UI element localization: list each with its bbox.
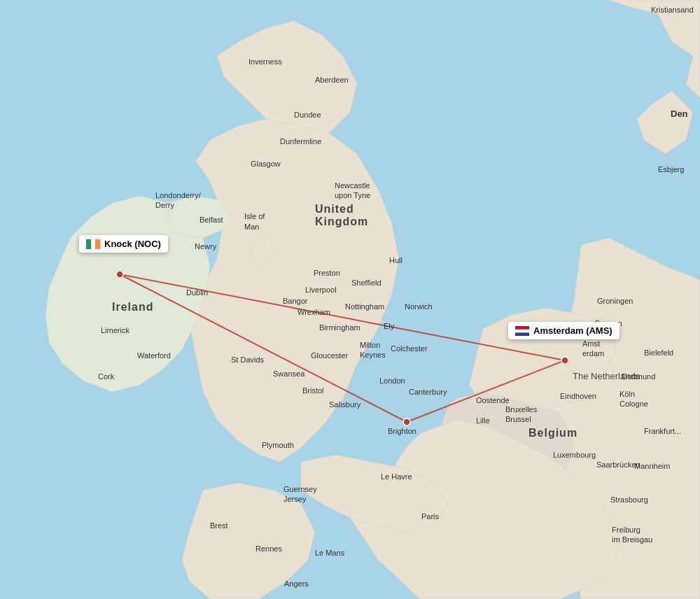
svg-point-6 (561, 357, 568, 364)
amsterdam-label: Amsterdam (AMS) (533, 325, 612, 336)
svg-point-7 (403, 418, 410, 425)
knock-label: Knock (NOC) (104, 239, 161, 249)
map-container: UnitedKingdom Ireland Belgium The Nether… (0, 0, 700, 599)
svg-rect-10 (515, 326, 529, 330)
svg-point-1 (253, 235, 272, 266)
map-svg (0, 0, 700, 599)
netherlands-flag-icon (515, 326, 529, 336)
knock-tooltip[interactable]: Knock (NOC) (79, 235, 168, 253)
ireland-flag-icon (86, 239, 100, 249)
amsterdam-tooltip[interactable]: Amsterdam (AMS) (508, 322, 620, 339)
svg-point-5 (116, 271, 123, 278)
